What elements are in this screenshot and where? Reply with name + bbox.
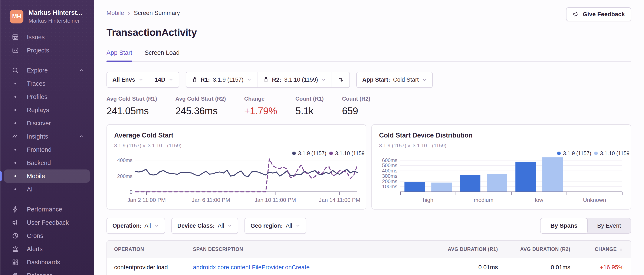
chart-title: Average Cold Start bbox=[114, 132, 359, 139]
chevron-down-icon bbox=[154, 223, 159, 228]
col-span-description[interactable]: SPAN DESCRIPTION bbox=[193, 246, 398, 252]
sidebar-item-crons[interactable]: Crons bbox=[0, 229, 94, 242]
device-class-filter[interactable]: Device Class: All bbox=[172, 218, 238, 233]
sidebar-group-insights[interactable]: Insights bbox=[0, 130, 94, 143]
org-switcher[interactable]: MH Markus Hinterst... Markus Hinterstein… bbox=[0, 0, 94, 24]
svg-text:Unknown: Unknown bbox=[583, 197, 606, 203]
svg-text:Jan 14 11:00 PM: Jan 14 11:00 PM bbox=[319, 197, 360, 203]
sidebar-item-issues[interactable]: Issues bbox=[0, 31, 94, 44]
stat-change: Change +1.79% bbox=[244, 96, 277, 117]
svg-text:500ms: 500ms bbox=[382, 162, 398, 168]
bullet-icon bbox=[11, 149, 20, 150]
sidebar-item-releases[interactable]: Releases bbox=[0, 269, 94, 275]
release-compare-group: R1: 3.1.9 (1157) R2: 3.1.10 (1159) bbox=[186, 72, 350, 88]
sidebar-item-projects[interactable]: Projects bbox=[0, 44, 94, 57]
cell-span-description-link[interactable]: androidx.core.content.FileProvider.onCre… bbox=[193, 264, 398, 271]
geo-region-filter[interactable]: Geo region: All bbox=[245, 218, 306, 233]
release-icon bbox=[263, 77, 269, 83]
release-r2-filter[interactable]: R2: 3.1.10 (1159) bbox=[257, 72, 332, 87]
issues-icon bbox=[11, 33, 20, 41]
table-row[interactable]: contentprovider.load androidx.core.conte… bbox=[107, 258, 631, 275]
spans-table: OPERATION SPAN DESCRIPTION AVG DURATION … bbox=[106, 240, 631, 275]
toggle-by-event[interactable]: By Event bbox=[587, 218, 631, 233]
bullet-icon bbox=[11, 83, 20, 84]
breadcrumb-screen-summary: Screen Summary bbox=[134, 10, 180, 17]
sidebar-nav: Issues Projects Explore Trace bbox=[0, 31, 94, 275]
svg-text:100ms: 100ms bbox=[382, 184, 398, 189]
projects-icon bbox=[11, 47, 20, 54]
sidebar: MH Markus Hinterst... Markus Hinterstein… bbox=[0, 0, 94, 275]
app-start-type-group: App Start: Cold Start bbox=[356, 72, 433, 88]
clock-icon bbox=[11, 232, 20, 240]
chevron-down-icon bbox=[247, 77, 252, 82]
chevron-right-icon: › bbox=[128, 9, 130, 17]
sidebar-item-mobile[interactable]: Mobile bbox=[4, 169, 90, 183]
sidebar-item-frontend[interactable]: Frontend bbox=[0, 143, 94, 156]
svg-text:medium: medium bbox=[474, 197, 494, 203]
svg-text:400ms: 400ms bbox=[382, 168, 398, 173]
tab-screen-load[interactable]: Screen Load bbox=[144, 49, 180, 61]
megaphone-icon bbox=[11, 219, 20, 226]
chevron-down-icon bbox=[422, 77, 427, 82]
svg-text:400ms: 400ms bbox=[117, 157, 132, 163]
chevron-down-icon bbox=[228, 223, 232, 228]
sidebar-group-explore[interactable]: Explore bbox=[0, 64, 94, 77]
sidebar-item-backend[interactable]: Backend bbox=[0, 156, 94, 169]
env-date-filter-group: All Envs 14D bbox=[106, 72, 179, 88]
svg-text:600ms: 600ms bbox=[382, 157, 398, 163]
col-avg-duration-r2[interactable]: AVG DURATION (R2) bbox=[498, 246, 570, 252]
cell-avg-duration-r1: 0.01ms bbox=[398, 264, 498, 271]
operation-filter[interactable]: Operation: All bbox=[107, 218, 164, 233]
org-subtitle: Markus Hintersteiner bbox=[28, 18, 82, 24]
sidebar-item-ai[interactable]: AI bbox=[0, 183, 94, 196]
cell-change: +16.95% bbox=[570, 264, 624, 271]
chevron-up-icon bbox=[78, 133, 84, 139]
releases-icon bbox=[11, 271, 20, 275]
bullet-icon bbox=[11, 188, 20, 190]
cell-operation: contentprovider.load bbox=[114, 264, 193, 271]
sort-descending-icon bbox=[618, 247, 624, 252]
sidebar-item-discover[interactable]: Discover bbox=[0, 117, 94, 130]
bullet-icon bbox=[11, 109, 20, 111]
summary-stats: Avg Cold Start (R1) 241.05ms Avg Cold St… bbox=[106, 96, 631, 117]
svg-text:300ms: 300ms bbox=[382, 173, 398, 179]
swap-releases-button[interactable] bbox=[332, 72, 350, 87]
col-operation[interactable]: OPERATION bbox=[114, 246, 193, 252]
lightning-icon bbox=[11, 205, 20, 213]
give-feedback-button[interactable]: Give Feedback bbox=[566, 7, 631, 21]
app-start-type-filter[interactable]: App Start: Cold Start bbox=[357, 72, 432, 87]
col-change[interactable]: CHANGE bbox=[570, 246, 624, 252]
date-range-filter[interactable]: 14D bbox=[149, 72, 179, 87]
sidebar-item-traces[interactable]: Traces bbox=[0, 77, 94, 90]
tab-app-start[interactable]: App Start bbox=[106, 49, 132, 61]
stat-avg-cold-start-r1: Avg Cold Start (R1) 241.05ms bbox=[106, 96, 157, 117]
sidebar-item-profiles[interactable]: Profiles bbox=[0, 90, 94, 103]
svg-text:Jan 10 11:00 PM: Jan 10 11:00 PM bbox=[254, 197, 296, 203]
col-avg-duration-r1[interactable]: AVG DURATION (R1) bbox=[398, 246, 498, 252]
breadcrumb-mobile[interactable]: Mobile bbox=[106, 10, 124, 17]
chevron-up-icon bbox=[78, 67, 84, 73]
dashboards-icon bbox=[11, 258, 20, 266]
bullet-icon bbox=[11, 175, 20, 177]
environment-filter[interactable]: All Envs bbox=[107, 72, 149, 87]
toggle-by-spans[interactable]: By Spans bbox=[540, 218, 588, 234]
stat-avg-cold-start-r2: Avg Cold Start (R2) 245.36ms bbox=[175, 96, 226, 117]
chart-subtitle: 3.1.9 (1157) v. 3.1.10…(1159) bbox=[114, 143, 359, 149]
view-toggle: By Spans By Event bbox=[540, 218, 631, 234]
sidebar-item-user-feedback[interactable]: User Feedback bbox=[0, 216, 94, 229]
megaphone-icon bbox=[572, 11, 579, 18]
release-icon bbox=[192, 77, 198, 83]
sidebar-item-alerts[interactable]: Alerts bbox=[0, 242, 94, 255]
sidebar-item-replays[interactable]: Replays bbox=[0, 103, 94, 117]
sidebar-item-performance[interactable]: Performance bbox=[0, 203, 94, 216]
chart-subtitle: 3.1.9 (1157) v. 3.1.10…(1159) bbox=[379, 143, 624, 149]
sidebar-item-dashboards[interactable]: Dashboards bbox=[0, 255, 94, 269]
svg-text:high: high bbox=[423, 197, 434, 203]
page-filters: All Envs 14D R1: 3.1.9 (1157) R2: bbox=[106, 72, 631, 88]
app-root: MH Markus Hinterst... Markus Hinterstein… bbox=[0, 0, 644, 275]
swap-icon bbox=[338, 77, 344, 83]
table-header: OPERATION SPAN DESCRIPTION AVG DURATION … bbox=[107, 241, 631, 258]
release-r1-filter[interactable]: R1: 3.1.9 (1157) bbox=[186, 72, 257, 87]
average-cold-start-card: Average Cold Start 3.1.9 (1157) v. 3.1.1… bbox=[106, 124, 366, 209]
stat-count-r2: Count (R2) 659 bbox=[342, 96, 370, 117]
